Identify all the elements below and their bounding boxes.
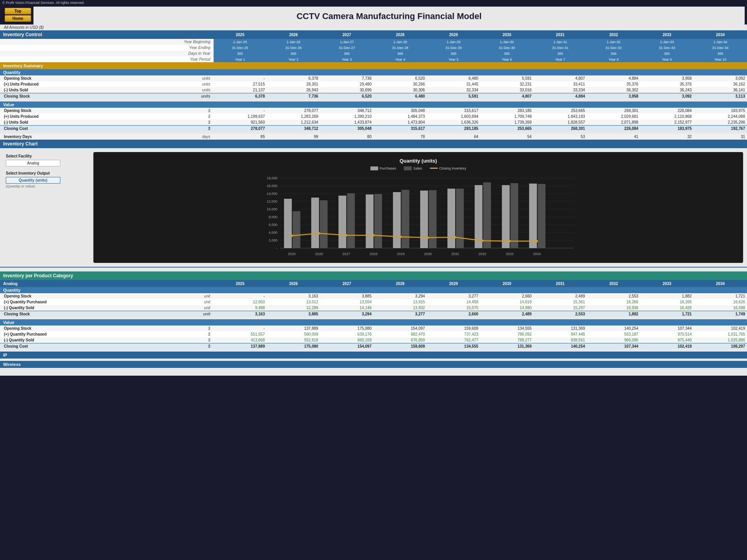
svg-text:4,000: 4,000	[268, 231, 277, 234]
year-2029: 2029	[427, 30, 480, 39]
svg-point-48	[509, 240, 511, 242]
year-2033: 2033	[640, 30, 694, 39]
value-header: Value	[0, 102, 747, 108]
analog-value-header: Value	[0, 319, 747, 326]
svg-rect-38	[529, 184, 537, 248]
svg-text:-: -	[276, 246, 277, 250]
svg-rect-36	[502, 185, 510, 248]
year-2030: 2030	[480, 30, 533, 39]
svg-rect-20	[284, 199, 292, 248]
svg-point-42	[345, 234, 347, 236]
svg-text:2,000: 2,000	[268, 238, 277, 242]
chart-controls: Select Facility Analog Select Inventory …	[4, 152, 89, 263]
year-2031: 2031	[533, 30, 587, 39]
analog-closing-cost-label: Closing Cost	[0, 343, 90, 350]
inventory-control-header: Inventory Control	[0, 30, 214, 39]
svg-point-41	[318, 232, 320, 234]
wireless-header: Wireless	[0, 361, 747, 368]
svg-text:6,000: 6,000	[268, 223, 277, 227]
year-ending-label: Year Ending	[90, 45, 214, 51]
legend-purchases: Purchases	[370, 166, 396, 170]
year-2025: 2025	[214, 30, 267, 39]
analog-val-sold-label: (-) Quantity Sold	[0, 337, 90, 343]
svg-text:12,000: 12,000	[267, 200, 277, 203]
chart-legend: Purchases Sales Closing Inventory	[99, 166, 737, 170]
svg-point-43	[372, 234, 375, 236]
svg-point-46	[454, 236, 456, 238]
svg-rect-34	[475, 185, 482, 248]
svg-rect-25	[347, 193, 355, 248]
output-dropdown[interactable]: Quantity (units)	[6, 177, 60, 184]
svg-text:2033: 2033	[506, 252, 514, 256]
svg-rect-32	[447, 189, 455, 248]
year-2028: 2028	[374, 30, 427, 39]
legend-closing: Closing Inventory	[430, 166, 466, 170]
svg-text:18,000: 18,000	[267, 176, 277, 180]
year-2034: 2034	[694, 30, 747, 39]
days-in-year-label: Days in Year	[90, 51, 214, 56]
svg-rect-31	[429, 190, 437, 248]
year-period-label: Year Period	[90, 56, 214, 62]
svg-rect-29	[402, 190, 409, 248]
units-sold-label: (-) Units Sold	[0, 87, 90, 93]
svg-text:14,000: 14,000	[267, 192, 277, 196]
svg-point-49	[536, 240, 538, 242]
svg-rect-21	[293, 211, 300, 248]
chart-container: Quantity (units) Purchases Sales Closing…	[93, 152, 743, 263]
svg-text:2034: 2034	[533, 252, 541, 256]
units-sold-val-label: (-) Units Sold	[0, 119, 90, 126]
year-2032: 2032	[587, 30, 640, 39]
svg-text:2025: 2025	[288, 252, 296, 256]
svg-text:2029: 2029	[397, 252, 405, 256]
top-button[interactable]: Top	[5, 8, 31, 14]
svg-rect-28	[393, 192, 401, 248]
analog-qty-sold-label: (-) Quantity Sold	[0, 305, 90, 311]
currency-note: All Amounts in USD ($)	[0, 24, 747, 30]
svg-rect-26	[366, 194, 374, 248]
closing-cost-label: Closing Cost	[0, 126, 90, 132]
ip-header: IP	[0, 352, 747, 359]
svg-rect-23	[320, 200, 328, 248]
yb-2025: 1-Jan-25	[214, 39, 267, 45]
svg-text:2031: 2031	[451, 252, 459, 256]
inventory-days-label: Inventory Days	[0, 134, 90, 140]
nav-buttons: Top Home	[2, 7, 33, 23]
svg-text:8,000: 8,000	[268, 215, 277, 219]
inventory-summary-header: Inventory Summary	[0, 62, 747, 69]
svg-rect-39	[538, 184, 545, 248]
analog-opening-stock-label: Opening Stock	[0, 293, 90, 299]
svg-rect-37	[510, 183, 518, 248]
inventory-chart-header: Inventory Chart	[0, 140, 747, 148]
analog-header: Analog	[0, 280, 214, 287]
analog-val-purchased-label: (+) Quantity Purchased	[0, 331, 90, 337]
units-produced-label: (+) Units Produced	[0, 81, 90, 87]
opening-stock-val-label: Opening Stock	[0, 108, 90, 114]
year-2027: 2027	[320, 30, 374, 39]
svg-rect-27	[374, 194, 382, 248]
svg-point-45	[427, 236, 429, 239]
svg-point-47	[481, 240, 484, 242]
analog-closing-stock-label: Closing Stock	[0, 311, 90, 317]
svg-text:2027: 2027	[342, 252, 350, 256]
output-label: Select Inventory Output	[6, 171, 88, 175]
svg-rect-35	[483, 182, 491, 248]
svg-rect-24	[338, 196, 346, 248]
svg-point-44	[400, 236, 402, 238]
home-button[interactable]: Home	[5, 15, 31, 22]
svg-rect-33	[456, 189, 464, 248]
page-title: CCTV Camera Manufacturing Financial Mode…	[33, 7, 745, 24]
svg-point-40	[291, 234, 293, 237]
svg-text:2030: 2030	[424, 252, 432, 256]
facility-dropdown[interactable]: Analog	[6, 160, 60, 166]
copyright-text: © Profit Vision Financial Services. All …	[2, 1, 85, 5]
svg-text:16,000: 16,000	[267, 184, 277, 188]
legend-sales: Sales	[404, 166, 422, 170]
per-product-header: Inventory per Product Category	[0, 271, 747, 280]
output-note: (Quantity or Value)	[6, 184, 88, 188]
svg-text:2028: 2028	[370, 252, 377, 256]
analog-qty-purchased-label: (+) Quantity Purchased	[0, 299, 90, 305]
chart-svg: 18,000 16,000 14,000 12,000 10,000 8,000…	[99, 173, 737, 259]
svg-rect-30	[420, 191, 428, 248]
chart-title: Quantity (units)	[99, 158, 737, 164]
analog-opening-val-label: Opening Stock	[0, 326, 90, 331]
